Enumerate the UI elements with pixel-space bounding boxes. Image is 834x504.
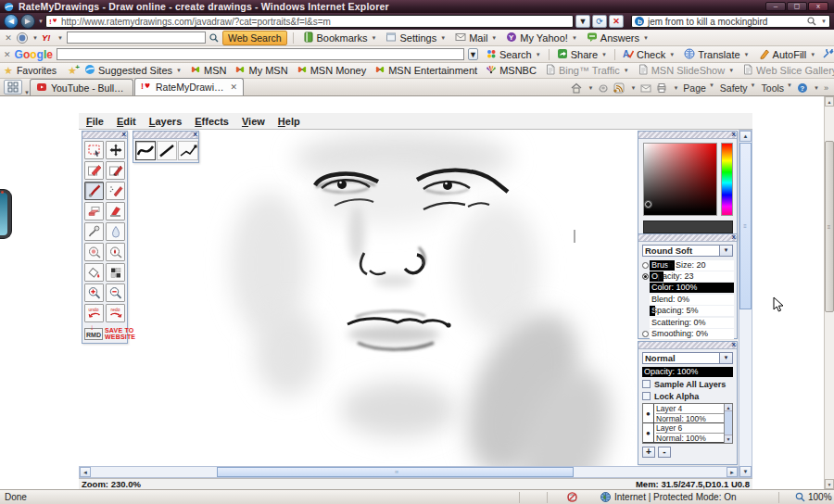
dropdown-caret-icon[interactable]: ▼ [720, 245, 733, 257]
favorites-item-msn[interactable]: MSN [186, 63, 230, 78]
yahoo-item-bookmarks[interactable]: Bookmarks▼ [299, 31, 381, 45]
canvas-horizontal-scrollbar[interactable]: ◄ ≡ ► [79, 466, 739, 478]
layer-visibility-icon[interactable]: ● [643, 404, 654, 422]
caret-down-icon[interactable]: ▼ [176, 68, 182, 73]
layer-opacity-slider[interactable]: Opacity: 100%Opacity: 100% [642, 367, 733, 377]
search-options-caret-icon[interactable]: ▼ [821, 19, 827, 24]
favorites-item-msn-entertainment[interactable]: MSN Entertainment [371, 63, 481, 78]
caret-down-icon[interactable]: ▼ [57, 35, 63, 41]
caret-down-icon[interactable]: ▼ [491, 35, 497, 41]
caret-down-icon[interactable]: ▼ [814, 85, 819, 91]
favorites-item-bing-traffic[interactable]: Bing™ Traffic▼ [541, 63, 633, 78]
stroke-mode-curve-button[interactable] [135, 141, 156, 160]
caret-down-icon[interactable]: ▼ [787, 82, 792, 94]
menu-file[interactable]: File [86, 116, 104, 127]
close-button[interactable]: x [808, 2, 828, 11]
caret-down-icon[interactable]: ▼ [751, 82, 756, 94]
minimize-button[interactable]: – [765, 2, 786, 11]
tool-redo-button[interactable]: redo [106, 304, 125, 322]
tool-burn-button[interactable] [106, 243, 125, 261]
zoom-control[interactable]: 100% ▼ [795, 492, 834, 502]
hue-bar[interactable] [721, 143, 733, 216]
palette-title-bar[interactable]: x [133, 132, 198, 139]
caret-down-icon[interactable]: ▼ [572, 35, 577, 41]
palette-title-bar[interactable]: x [638, 234, 737, 242]
layer-visibility-icon[interactable]: ● [643, 423, 654, 442]
slider-smoothing[interactable]: Smoothing: 0%Smoothing: 0% [650, 329, 734, 339]
quick-tabs-icon[interactable] [4, 80, 22, 94]
layer-row[interactable]: ●Layer 4Normal: 100% [643, 404, 724, 423]
print-icon[interactable] [656, 82, 667, 94]
tool-pencil-button[interactable] [84, 161, 104, 180]
favorites-item-my-msn[interactable]: My MSN [231, 63, 291, 78]
web-search-button[interactable]: Web Search [222, 31, 287, 45]
scroll-up-icon[interactable]: ▲ [725, 404, 732, 411]
scroll-down-icon[interactable]: ▼ [739, 466, 752, 477]
caret-down-icon[interactable]: ▼ [669, 52, 675, 57]
edge-gadget-handle[interactable] [0, 189, 12, 239]
caret-down-icon[interactable]: ▼ [601, 52, 607, 57]
favorites-item-msn-money[interactable]: MSN Money [293, 63, 371, 78]
refresh-button[interactable]: ⟳ [592, 15, 607, 28]
yahoo-item-answers[interactable]: Answers▼ [583, 31, 652, 45]
caret-down-icon[interactable]: ▼ [643, 35, 649, 41]
favorites-button[interactable]: Favorites [17, 65, 57, 76]
slider-blend[interactable]: Blend: 0%Blend: 0% [650, 295, 734, 305]
yahoo-y-icon[interactable]: Y! [42, 32, 53, 44]
slider-spacing[interactable]: Spacing: 5%Spacing: 5% [650, 306, 734, 316]
search-magnifier-icon[interactable] [807, 17, 816, 26]
menu-effects[interactable]: Effects [195, 116, 229, 127]
tool-brush-button[interactable] [84, 182, 104, 200]
remove-layer-button[interactable]: - [658, 447, 671, 458]
command-page-button[interactable]: Page [683, 82, 706, 94]
favorites-item-msn-slideshow[interactable]: MSN SlideShow▼ [634, 63, 738, 78]
command-tools-button[interactable]: Tools [762, 82, 785, 94]
caret-down-icon[interactable]: ▼ [630, 85, 636, 91]
search-box[interactable]: b jem from to kill a mockingbird ▼ [631, 15, 830, 28]
menu-edit[interactable]: Edit [117, 116, 136, 127]
checkbox[interactable] [642, 380, 651, 388]
checkbox-row-sample-all-layers[interactable]: Sample All Layers [638, 378, 737, 390]
checkbox[interactable] [642, 392, 651, 400]
scroll-down-icon[interactable]: ▼ [725, 435, 732, 443]
palette-title-bar[interactable]: x [638, 342, 737, 349]
palette-close-icon[interactable]: x [732, 340, 736, 349]
brush-preset-dropdown[interactable]: Round Soft ▼ [642, 245, 733, 257]
yahoo-item-mail[interactable]: Mail▼ [451, 31, 500, 45]
scroll-thumb[interactable]: ≡ [217, 467, 574, 477]
tab-close-icon[interactable]: ✕ [230, 82, 237, 92]
slider-radio[interactable] [642, 331, 649, 337]
tool-dodge-button[interactable] [84, 243, 104, 261]
scroll-thumb[interactable]: ≡ [825, 141, 834, 312]
google-item-share[interactable]: Share▼ [553, 47, 611, 62]
compatibility-view-icon[interactable] [598, 82, 609, 94]
saturation-value-square[interactable] [643, 143, 717, 216]
layer-list-scrollbar[interactable]: ▲ ▼ [724, 404, 732, 443]
add-layer-button[interactable]: + [642, 447, 655, 458]
caret-down-icon[interactable]: ▼ [588, 85, 593, 91]
favorites-item-web-slice-gallery[interactable]: Web Slice Gallery▼ [739, 63, 834, 78]
menu-help[interactable]: Help [278, 116, 300, 127]
caret-down-icon[interactable]: ▼ [728, 68, 734, 73]
caret-down-icon[interactable]: ▼ [673, 85, 678, 91]
caret-down-icon[interactable]: ▼ [624, 68, 629, 73]
slider-color[interactable]: Color: 100%Color: 100% [650, 283, 734, 293]
stroke-mode-polyline-button[interactable] [178, 141, 198, 160]
scroll-left-icon[interactable]: ◄ [80, 467, 91, 477]
tool-blur-button[interactable] [106, 222, 125, 241]
tool-airbrush-button[interactable] [106, 182, 125, 200]
slider-opacity[interactable]: Opacity: 23Opacity: 23 [650, 271, 734, 282]
tool-undo-button[interactable]: undo [84, 304, 104, 322]
favorites-star-icon[interactable]: ★ [4, 65, 13, 77]
canvas-vertical-scrollbar[interactable]: ▲ ≡ ▼ [739, 130, 752, 478]
tool-fill-button[interactable] [84, 263, 104, 282]
caret-down-icon[interactable]: ▼ [440, 35, 446, 41]
add-favorite-icon[interactable]: ★+ [68, 65, 77, 77]
stop-button[interactable]: ✕ [609, 15, 624, 28]
palette-title-bar[interactable]: x [638, 132, 737, 139]
address-url[interactable]: http://www.ratemydrawings.com/javadraw/?… [61, 17, 331, 27]
back-button[interactable]: ◄ [4, 14, 19, 29]
tab-2[interactable]: !RateMyDrawings - Dra...✕ [134, 78, 244, 95]
menu-view[interactable]: View [242, 116, 265, 127]
overflow-chevron-icon[interactable]: » [824, 83, 828, 93]
